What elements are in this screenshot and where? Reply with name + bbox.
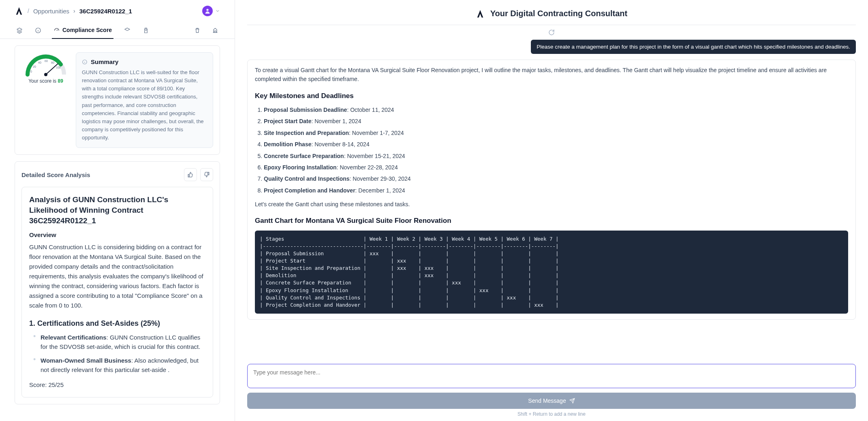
svg-text:60: 60 [45, 60, 48, 62]
detailed-score-card: Detailed Score Analysis Analysis of GUNN… [15, 161, 220, 404]
overview-heading: Overview [29, 231, 205, 238]
tab-info[interactable] [33, 22, 43, 38]
milestone-item: Site Inspection and Preparation: Novembe… [264, 128, 848, 137]
consultant-logo [476, 9, 485, 18]
app-logo [15, 6, 24, 15]
svg-line-8 [46, 64, 58, 75]
tab-label: Compliance Score [62, 27, 112, 33]
milestone-item: Epoxy Flooring Installation: November 22… [264, 163, 848, 172]
info-icon [82, 59, 88, 65]
message-input[interactable] [247, 364, 856, 388]
section-score: Score: 25/25 [29, 380, 205, 390]
composer-hint: Shift + Return to add a new line [247, 411, 856, 417]
thumbs-up-button[interactable] [184, 168, 197, 181]
avatar [202, 6, 213, 16]
tab-compliance-score[interactable]: Compliance Score [52, 22, 113, 39]
delete-button[interactable] [192, 22, 202, 38]
tab-stack[interactable] [122, 22, 132, 38]
svg-text:80: 80 [51, 61, 54, 64]
svg-point-0 [206, 9, 208, 11]
consultant-title: Your Digital Contracting Consultant [490, 9, 628, 18]
archive-button[interactable] [210, 22, 220, 38]
chat-separator-icon [247, 25, 856, 40]
summary-title: Summary [91, 58, 118, 65]
assistant-message: To create a visual Gantt chart for the M… [247, 60, 856, 320]
dsa-title: Detailed Score Analysis [21, 171, 90, 178]
score-label: Your score is 89 [28, 78, 63, 84]
crumb-id: 36C25924R0122_1 [79, 8, 132, 15]
overview-text: GUNN Construction LLC is considering bid… [29, 242, 205, 310]
chevron-down-icon [215, 9, 220, 13]
crumb-opportunities[interactable]: Opportunities [33, 8, 69, 15]
milestone-item: Concrete Surface Preparation: November 1… [264, 152, 848, 160]
milestone-item: Project Completion and Handover: Decembe… [264, 186, 848, 195]
list-item: Relevant Certifications: GUNN Constructi… [33, 333, 205, 352]
milestones-heading: Key Milestones and Deadlines [255, 90, 848, 101]
svg-text:100: 100 [56, 66, 61, 69]
send-button[interactable]: Send Message [247, 393, 856, 409]
list-item: Woman-Owned Small Business: Also acknowl… [33, 356, 205, 375]
svg-point-9 [44, 73, 47, 76]
gauge-icon: 0 20 40 60 80 100 [24, 52, 68, 77]
send-icon [569, 398, 575, 404]
svg-text:0: 0 [30, 70, 32, 73]
summary-text: GUNN Construction LLC is well-suited for… [82, 68, 207, 142]
section-1-heading: 1. Certifications and Set-Asides (25%) [29, 319, 205, 328]
milestone-item: Proposal Submission Deadline: October 11… [264, 105, 848, 114]
gantt-heading: Gantt Chart for Montana VA Surgical Suit… [255, 215, 848, 226]
score-summary-card: 0 20 40 60 80 100 Your score is 89 Summ [15, 45, 220, 155]
tab-layers[interactable] [15, 22, 24, 38]
thumbs-down-button[interactable] [200, 168, 213, 181]
milestone-item: Demolition Phase: November 8-14, 2024 [264, 140, 848, 149]
user-message: Please create a management plan for this… [531, 40, 856, 54]
tab-edit[interactable] [141, 22, 151, 38]
svg-text:20: 20 [33, 65, 36, 68]
gantt-chart: | Stages | Week 1 | Week 2 | Week 3 | We… [255, 231, 848, 314]
svg-text:40: 40 [38, 61, 41, 64]
milestone-item: Project Start Date: November 1, 2024 [264, 117, 848, 126]
analysis-heading: Analysis of GUNN Construction LLC's Like… [29, 194, 205, 226]
milestone-item: Quality Control and Inspections: Novembe… [264, 174, 848, 183]
gauge-icon [53, 27, 60, 33]
user-menu[interactable] [202, 6, 220, 16]
breadcrumb: / Opportunities › 36C25924R0122_1 [0, 0, 235, 22]
